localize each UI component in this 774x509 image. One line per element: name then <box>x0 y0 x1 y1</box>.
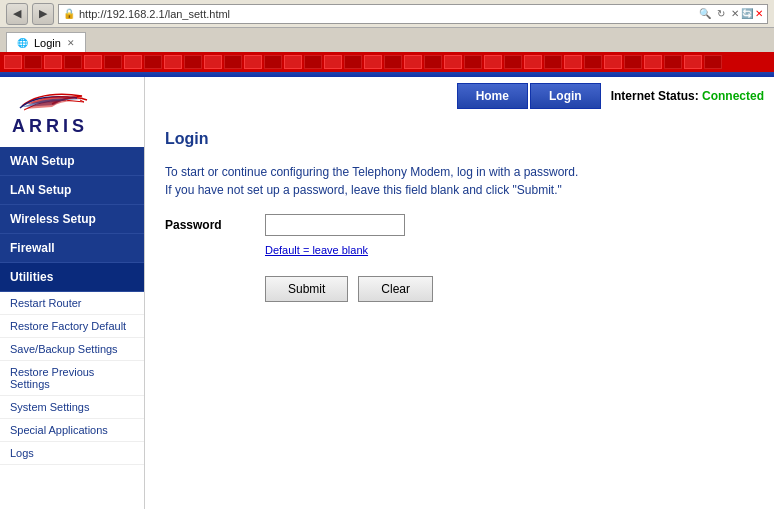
arris-brand-text: ARRIS <box>12 116 88 137</box>
banner-tile <box>184 55 202 69</box>
sidebar-item-restore-previous[interactable]: Restore Previous Settings <box>0 361 144 396</box>
content-area: Home Login Internet Status: Connected Lo… <box>145 77 774 509</box>
banner-tile <box>464 55 482 69</box>
sidebar-item-restore-factory[interactable]: Restore Factory Default <box>0 315 144 338</box>
sidebar-item-special-apps[interactable]: Special Applications <box>0 419 144 442</box>
banner-tile <box>144 55 162 69</box>
banner-tile <box>584 55 602 69</box>
banner-tile <box>44 55 62 69</box>
sidebar-item-firewall[interactable]: Firewall <box>0 234 144 263</box>
banner-tile <box>664 55 682 69</box>
banner-tile <box>104 55 122 69</box>
banner-tile <box>544 55 562 69</box>
banner-tile <box>384 55 402 69</box>
back-button[interactable]: ◀ <box>6 3 28 25</box>
stop-x-icon: ✕ <box>755 8 763 19</box>
banner-tile <box>324 55 342 69</box>
arris-bird-icon <box>12 88 92 116</box>
banner-tile <box>84 55 102 69</box>
banner-tile <box>24 55 42 69</box>
sidebar-item-wireless-setup[interactable]: Wireless Setup <box>0 205 144 234</box>
sidebar-item-label: WAN Setup <box>10 154 75 168</box>
internet-status-value: Connected <box>702 89 764 103</box>
home-button[interactable]: Home <box>457 83 528 109</box>
password-input[interactable] <box>265 214 405 236</box>
sidebar-item-label: LAN Setup <box>10 183 71 197</box>
main-layout: ARRIS WAN Setup LAN Setup Wireless Setup… <box>0 77 774 509</box>
sidebar-sub-label: System Settings <box>10 401 89 413</box>
banner-tile <box>284 55 302 69</box>
banner-tile <box>404 55 422 69</box>
sidebar-item-label: Utilities <box>10 270 53 284</box>
logo-area: ARRIS <box>0 77 144 147</box>
banner-tile <box>684 55 702 69</box>
password-label: Password <box>165 218 265 232</box>
refresh-icon: 🔄 <box>741 8 753 19</box>
search-icon: 🔍 <box>699 8 711 19</box>
banner-tile <box>604 55 622 69</box>
tab-title: Login <box>34 37 61 49</box>
red-banner <box>0 52 774 72</box>
banner-tile <box>264 55 282 69</box>
default-hint[interactable]: Default = leave blank <box>265 244 754 256</box>
banner-tile <box>484 55 502 69</box>
sidebar-item-utilities[interactable]: Utilities <box>0 263 144 292</box>
nav-sub-items: Restart Router Restore Factory Default S… <box>0 292 144 465</box>
tab-bar: 🌐 Login ✕ <box>0 28 774 52</box>
sidebar-item-restart-router[interactable]: Restart Router <box>0 292 144 315</box>
clear-button[interactable]: Clear <box>358 276 433 302</box>
banner-tile <box>704 55 722 69</box>
banner-tile <box>424 55 442 69</box>
login-button[interactable]: Login <box>530 83 601 109</box>
content-body: Login To start or continue configuring t… <box>145 115 774 509</box>
sidebar-item-label: Wireless Setup <box>10 212 96 226</box>
banner-tile <box>504 55 522 69</box>
stop-icon: ✕ <box>731 8 739 19</box>
banner-tile <box>344 55 362 69</box>
sidebar-sub-label: Special Applications <box>10 424 108 436</box>
sidebar-item-wan-setup[interactable]: WAN Setup <box>0 147 144 176</box>
browser-toolbar: ◀ ▶ 🔒 http://192.168.2.1/lan_sett.html 🔍… <box>0 0 774 28</box>
sidebar-item-system-settings[interactable]: System Settings <box>0 396 144 419</box>
banner-tile <box>564 55 582 69</box>
sidebar-item-logs[interactable]: Logs <box>0 442 144 465</box>
address-icon: 🔒 <box>63 8 75 19</box>
active-tab[interactable]: 🌐 Login ✕ <box>6 32 86 52</box>
arris-logo: ARRIS <box>12 88 92 137</box>
banner-tile <box>224 55 242 69</box>
info-text: To start or continue configuring the Tel… <box>165 163 585 199</box>
banner-tile <box>304 55 322 69</box>
sidebar-sub-label: Restore Previous Settings <box>10 366 94 390</box>
button-row: Submit Clear <box>265 276 754 302</box>
internet-status-area: Internet Status: Connected <box>611 89 764 103</box>
reload-icon: ↻ <box>717 8 725 19</box>
password-row: Password <box>165 214 754 236</box>
top-nav-bar: Home Login Internet Status: Connected <box>145 77 774 115</box>
page-title: Login <box>165 130 754 148</box>
tab-favicon: 🌐 <box>17 38 28 48</box>
banner-tile <box>4 55 22 69</box>
forward-button[interactable]: ▶ <box>32 3 54 25</box>
banner-tile <box>124 55 142 69</box>
address-text[interactable]: http://192.168.2.1/lan_sett.html <box>79 8 699 20</box>
sidebar-sub-label: Restart Router <box>10 297 82 309</box>
tab-close-button[interactable]: ✕ <box>67 38 75 48</box>
address-bar[interactable]: 🔒 http://192.168.2.1/lan_sett.html 🔍 ↻ ✕… <box>58 4 768 24</box>
sidebar-item-lan-setup[interactable]: LAN Setup <box>0 176 144 205</box>
sidebar-item-save-backup[interactable]: Save/Backup Settings <box>0 338 144 361</box>
banner-tile <box>244 55 262 69</box>
banner-tile <box>164 55 182 69</box>
banner-tile <box>444 55 462 69</box>
nav-section: WAN Setup LAN Setup Wireless Setup Firew… <box>0 147 144 292</box>
banner-tile <box>624 55 642 69</box>
submit-button[interactable]: Submit <box>265 276 348 302</box>
banner-tile <box>64 55 82 69</box>
banner-tile <box>204 55 222 69</box>
sidebar: ARRIS WAN Setup LAN Setup Wireless Setup… <box>0 77 145 509</box>
sidebar-sub-label: Save/Backup Settings <box>10 343 118 355</box>
search-button[interactable]: 🔍 ↻ ✕ 🔄 ✕ <box>699 8 763 19</box>
banner-tile <box>364 55 382 69</box>
banner-tile <box>644 55 662 69</box>
banner-tile <box>524 55 542 69</box>
sidebar-sub-label: Logs <box>10 447 34 459</box>
